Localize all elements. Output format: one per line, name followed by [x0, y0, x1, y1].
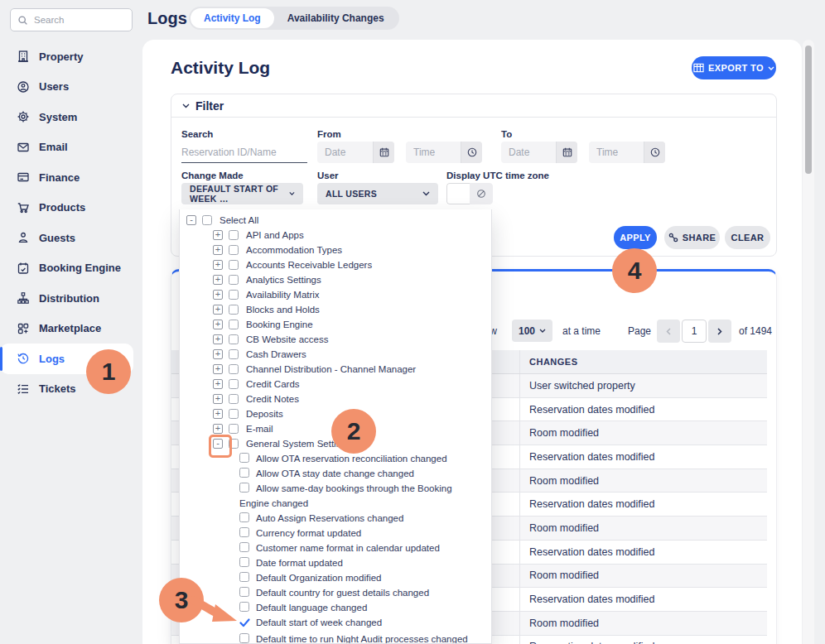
from-date-input[interactable] — [317, 147, 373, 158]
group-checkbox[interactable] — [229, 305, 239, 315]
sidebar-item-booking-engine[interactable]: Booking Engine — [0, 253, 142, 284]
prev-page-button[interactable] — [657, 320, 680, 343]
tree-child-row[interactable]: Default time to run Night Audit processe… — [239, 632, 475, 644]
reservation-search-input[interactable] — [181, 142, 307, 162]
page-size-select[interactable]: 100 — [512, 320, 552, 342]
page-number-input[interactable] — [683, 320, 706, 342]
tree-group-row[interactable]: CB Website access — [213, 332, 491, 347]
group-checkbox[interactable] — [229, 320, 239, 329]
group-checkbox[interactable] — [229, 334, 239, 344]
sidebar-item-users[interactable]: Users — [0, 72, 142, 103]
group-checkbox[interactable] — [229, 349, 239, 359]
tree-group-row[interactable]: Analytics Settings — [213, 272, 491, 287]
child-checkbox[interactable] — [239, 542, 249, 552]
tree-group-row[interactable]: Credit Cards — [213, 377, 491, 392]
child-checkbox[interactable] — [239, 587, 249, 597]
tree-child-row[interactable]: Default language changed — [239, 600, 475, 615]
expand-expander-icon[interactable] — [213, 275, 223, 285]
group-checkbox[interactable] — [229, 394, 239, 404]
expand-expander-icon[interactable] — [213, 364, 223, 374]
child-checkbox[interactable] — [239, 468, 249, 478]
sidebar-item-system[interactable]: System — [0, 102, 142, 132]
expand-expander-icon[interactable] — [213, 349, 223, 359]
tree-child-row[interactable]: Allow same-day bookings through the Book… — [239, 481, 475, 511]
page-number-field[interactable] — [682, 320, 707, 343]
select-all-row[interactable]: Select All — [186, 213, 491, 228]
group-checkbox[interactable] — [229, 275, 239, 285]
sidebar-item-finance[interactable]: Finance — [0, 162, 142, 193]
clock-icon[interactable] — [461, 142, 482, 163]
scrollbar-track[interactable] — [803, 40, 814, 644]
filter-header[interactable]: Filter — [171, 94, 776, 118]
from-date-field[interactable] — [317, 142, 394, 163]
from-time-field[interactable] — [406, 142, 482, 163]
clock-icon[interactable] — [644, 142, 665, 163]
child-checkbox[interactable] — [239, 602, 249, 612]
group-checkbox[interactable] — [229, 260, 239, 270]
tree-child-row[interactable]: Allow OTA stay date change changed — [239, 466, 475, 481]
change-made-select[interactable]: DEFAULT START OF WEEK … — [181, 183, 303, 204]
sidebar-item-distribution[interactable]: Distribution — [0, 283, 142, 314]
to-date-input[interactable] — [501, 147, 556, 158]
calendar-icon[interactable] — [373, 142, 394, 163]
group-checkbox[interactable] — [229, 290, 239, 300]
tree-group-row[interactable]: Blocks and Holds — [213, 302, 491, 317]
child-checkbox[interactable] — [239, 527, 249, 537]
tree-group-row[interactable]: Booking Engine — [213, 317, 491, 332]
expand-expander-icon[interactable] — [213, 379, 223, 389]
tree-group-row[interactable]: Cash Drawers — [213, 347, 491, 362]
expand-expander-icon[interactable] — [213, 320, 223, 329]
tree-child-row[interactable]: Date format updated — [239, 555, 475, 570]
sidebar-search[interactable] — [10, 8, 133, 31]
apply-button[interactable]: APPLY — [614, 226, 657, 249]
to-date-field[interactable] — [501, 142, 577, 163]
child-checkbox[interactable] — [239, 572, 249, 582]
sidebar-item-products[interactable]: Products — [0, 193, 142, 223]
expand-expander-icon[interactable] — [213, 290, 223, 300]
child-checkbox[interactable] — [239, 453, 249, 463]
child-checkbox[interactable] — [239, 557, 249, 567]
group-checkbox[interactable] — [229, 245, 239, 255]
scrollbar-thumb[interactable] — [805, 46, 812, 174]
to-time-field[interactable] — [589, 142, 665, 163]
tree-group-row[interactable]: Accounts Receivable Ledgers — [213, 257, 491, 272]
next-page-button[interactable] — [708, 320, 731, 343]
child-checkbox[interactable] — [239, 512, 249, 522]
expand-expander-icon[interactable] — [213, 439, 223, 449]
tab-availability-changes[interactable]: Availability Changes — [274, 8, 398, 28]
tree-group-row[interactable]: API and Apps — [213, 228, 491, 243]
tree-group-row[interactable]: Credit Notes — [213, 392, 491, 406]
collapse-expander-icon[interactable] — [186, 215, 196, 225]
select-all-checkbox[interactable] — [202, 215, 212, 225]
group-checkbox[interactable] — [229, 409, 239, 419]
share-button[interactable]: SHARE — [664, 226, 720, 249]
clear-button[interactable]: CLEAR — [725, 226, 770, 249]
expand-expander-icon[interactable] — [213, 424, 223, 434]
tree-child-row[interactable]: Customer name format in calendar updated — [239, 541, 475, 555]
search-input[interactable] — [34, 15, 117, 25]
group-checkbox[interactable] — [229, 364, 239, 374]
tree-child-row[interactable]: Currency format updated — [239, 526, 475, 541]
expand-expander-icon[interactable] — [213, 334, 223, 344]
from-time-input[interactable] — [406, 147, 461, 158]
group-checkbox[interactable] — [229, 379, 239, 389]
child-checkbox[interactable] — [239, 633, 249, 643]
tree-group-row[interactable]: Accommodation Types — [213, 243, 491, 257]
tree-child-row[interactable]: Auto Assign Reservations changed — [239, 511, 475, 526]
tree-child-row[interactable]: Default start of week changed — [239, 615, 475, 632]
sidebar-item-guests[interactable]: Guests — [0, 223, 142, 253]
tab-activity-log[interactable]: Activity Log — [191, 8, 274, 28]
tree-group-row[interactable]: Availability Matrix — [213, 287, 491, 302]
expand-expander-icon[interactable] — [213, 394, 223, 404]
user-select[interactable]: ALL USERS — [317, 183, 438, 204]
expand-expander-icon[interactable] — [213, 305, 223, 315]
expand-expander-icon[interactable] — [213, 245, 223, 255]
sidebar-item-email[interactable]: Email — [0, 132, 142, 163]
reservation-search-field[interactable] — [181, 142, 307, 163]
utc-checkbox[interactable] — [446, 183, 470, 204]
expand-expander-icon[interactable] — [213, 260, 223, 270]
calendar-icon[interactable] — [556, 142, 577, 163]
sidebar-item-marketplace[interactable]: Marketplace — [0, 314, 142, 344]
export-to-button[interactable]: EXPORT TO — [692, 56, 776, 79]
child-checkbox[interactable] — [239, 483, 249, 493]
